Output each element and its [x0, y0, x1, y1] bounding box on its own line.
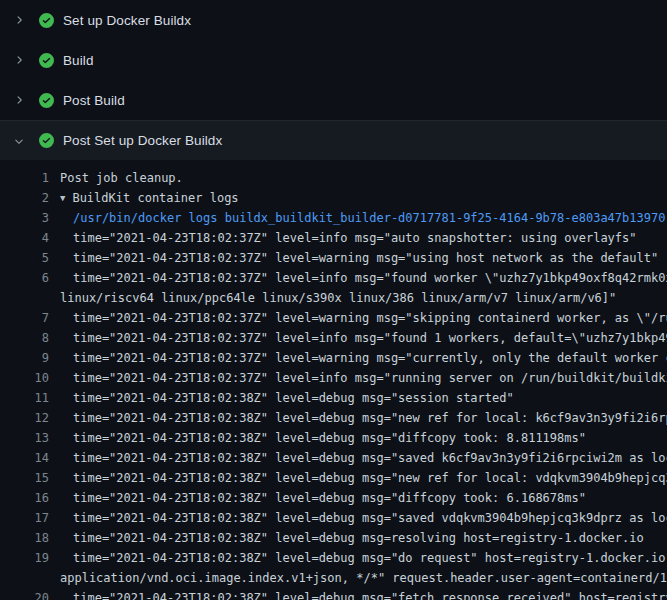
line-number[interactable]: 14 — [0, 448, 49, 468]
log-line: 16 time="2021-04-23T18:02:38Z" level=deb… — [0, 488, 667, 508]
actions-log-viewer: Set up Docker Buildx Build Post Build Po… — [0, 0, 667, 600]
line-text: application/vnd.oci.image.index.v1+json,… — [49, 568, 667, 588]
log-line: 20 time="2021-04-23T18:02:38Z" level=deb… — [0, 588, 667, 600]
chevron-right-icon[interactable] — [12, 53, 26, 67]
step-post-set-up-docker-buildx[interactable]: Post Set up Docker Buildx — [0, 120, 667, 160]
line-number[interactable]: 1 — [0, 168, 49, 188]
line-number[interactable]: 9 — [0, 348, 49, 368]
line-number[interactable]: 16 — [0, 488, 49, 508]
line-text: Post job cleanup. — [49, 168, 183, 188]
log-line: 14 time="2021-04-23T18:02:38Z" level=deb… — [0, 448, 667, 468]
line-text: linux/riscv64 linux/ppc64le linux/s390x … — [49, 288, 616, 308]
line-number[interactable]: 19 — [0, 548, 49, 568]
success-check-circle-icon — [39, 13, 54, 28]
log-line: 6 time="2021-04-23T18:02:37Z" level=info… — [0, 268, 667, 288]
chevron-down-icon[interactable] — [12, 134, 26, 148]
log-line: 10 time="2021-04-23T18:02:37Z" level=inf… — [0, 368, 667, 388]
log-line: 7 time="2021-04-23T18:02:37Z" level=warn… — [0, 308, 667, 328]
log-line: 9 time="2021-04-23T18:02:37Z" level=warn… — [0, 348, 667, 368]
log-line-continuation: application/vnd.oci.image.index.v1+json,… — [0, 568, 667, 588]
line-text: time="2021-04-23T18:02:37Z" level=info m… — [49, 268, 667, 288]
line-number[interactable]: 15 — [0, 468, 49, 488]
line-text: time="2021-04-23T18:02:38Z" level=debug … — [49, 508, 667, 528]
line-text: time="2021-04-23T18:02:37Z" level=warnin… — [49, 348, 667, 368]
step-list: Set up Docker Buildx Build Post Build Po… — [0, 0, 667, 160]
line-number[interactable]: 13 — [0, 428, 49, 448]
log-line: 11 time="2021-04-23T18:02:38Z" level=deb… — [0, 388, 667, 408]
step-set-up-docker-buildx[interactable]: Set up Docker Buildx — [0, 0, 667, 40]
line-number[interactable]: 2 — [0, 188, 49, 208]
line-text: time="2021-04-23T18:02:38Z" level=debug … — [49, 448, 667, 468]
step-label: Build — [63, 53, 94, 68]
line-text: time="2021-04-23T18:02:38Z" level=debug … — [49, 428, 586, 448]
log-line: 12 time="2021-04-23T18:02:38Z" level=deb… — [0, 408, 667, 428]
line-text: time="2021-04-23T18:02:38Z" level=debug … — [49, 588, 667, 600]
line-number[interactable]: 18 — [0, 528, 49, 548]
log-line: 17 time="2021-04-23T18:02:38Z" level=deb… — [0, 508, 667, 528]
step-build[interactable]: Build — [0, 40, 667, 80]
line-number[interactable]: 4 — [0, 228, 49, 248]
log-line: 8 time="2021-04-23T18:02:37Z" level=info… — [0, 328, 667, 348]
line-number[interactable] — [0, 288, 49, 308]
chevron-right-icon[interactable] — [12, 93, 26, 107]
line-number[interactable]: 20 — [0, 588, 49, 600]
line-text: time="2021-04-23T18:02:38Z" level=debug … — [49, 528, 644, 548]
log-line: 1 Post job cleanup. — [0, 168, 667, 188]
log-line: 18 time="2021-04-23T18:02:38Z" level=deb… — [0, 528, 667, 548]
line-text: time="2021-04-23T18:02:38Z" level=debug … — [49, 388, 514, 408]
log-line-continuation: linux/riscv64 linux/ppc64le linux/s390x … — [0, 288, 667, 308]
line-text: time="2021-04-23T18:02:37Z" level=warnin… — [49, 308, 667, 328]
line-number[interactable]: 5 — [0, 248, 49, 268]
success-check-circle-icon — [39, 53, 54, 68]
chevron-right-icon[interactable] — [12, 13, 26, 27]
log-line: 2 ▼BuildKit container logs — [0, 188, 667, 208]
line-number[interactable]: 7 — [0, 308, 49, 328]
log-lines: 1 Post job cleanup. 2 ▼BuildKit containe… — [0, 168, 667, 600]
success-check-circle-icon — [39, 93, 54, 108]
group-toggle-icon[interactable]: ▼ — [60, 188, 65, 208]
success-check-circle-icon — [39, 133, 54, 148]
line-text: time="2021-04-23T18:02:38Z" level=debug … — [49, 548, 667, 568]
log-line: 5 time="2021-04-23T18:02:37Z" level=warn… — [0, 248, 667, 268]
log-line: 4 time="2021-04-23T18:02:37Z" level=info… — [0, 228, 667, 248]
line-number[interactable]: 12 — [0, 408, 49, 428]
line-number[interactable]: 8 — [0, 328, 49, 348]
line-text: time="2021-04-23T18:02:37Z" level=info m… — [49, 368, 667, 388]
line-text: ▼BuildKit container logs — [49, 188, 239, 208]
line-number[interactable]: 3 — [0, 208, 49, 228]
line-number[interactable]: 11 — [0, 388, 49, 408]
line-text: /usr/bin/docker logs buildx_buildkit_bui… — [49, 208, 665, 228]
step-label: Post Build — [63, 93, 125, 108]
line-text: time="2021-04-23T18:02:38Z" level=debug … — [49, 408, 667, 428]
line-number[interactable]: 17 — [0, 508, 49, 528]
line-text: time="2021-04-23T18:02:38Z" level=debug … — [49, 488, 586, 508]
log-line: 19 time="2021-04-23T18:02:38Z" level=deb… — [0, 548, 667, 568]
line-number[interactable]: 6 — [0, 268, 49, 288]
line-number[interactable]: 10 — [0, 368, 49, 388]
line-text: time="2021-04-23T18:02:37Z" level=info m… — [49, 228, 637, 248]
step-label: Post Set up Docker Buildx — [63, 133, 222, 148]
log-line: 3 /usr/bin/docker logs buildx_buildkit_b… — [0, 208, 667, 228]
line-text: time="2021-04-23T18:02:37Z" level=info m… — [49, 328, 667, 348]
log-panel: 1 Post job cleanup. 2 ▼BuildKit containe… — [0, 160, 667, 600]
line-text: time="2021-04-23T18:02:37Z" level=warnin… — [49, 248, 658, 268]
log-line: 13 time="2021-04-23T18:02:38Z" level=deb… — [0, 428, 667, 448]
line-text: time="2021-04-23T18:02:38Z" level=debug … — [49, 468, 667, 488]
step-label: Set up Docker Buildx — [63, 13, 191, 28]
line-number[interactable] — [0, 568, 49, 588]
step-post-build[interactable]: Post Build — [0, 80, 667, 120]
log-line: 15 time="2021-04-23T18:02:38Z" level=deb… — [0, 468, 667, 488]
